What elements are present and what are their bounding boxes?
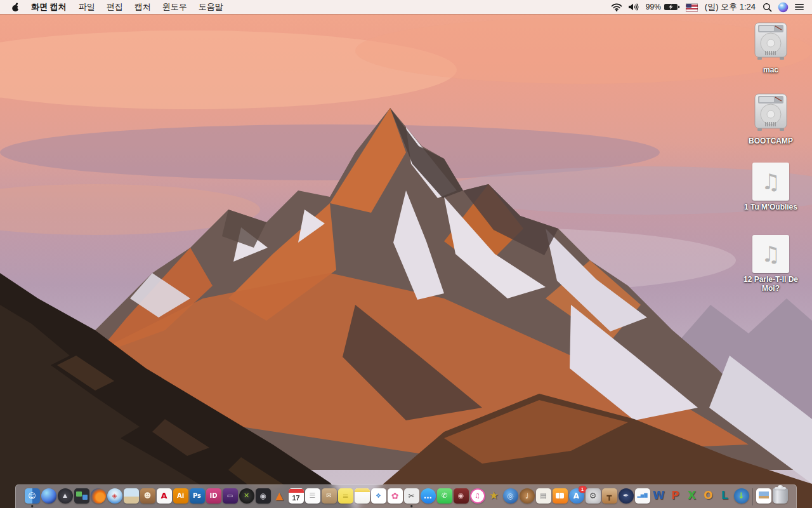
dock-finder-icon[interactable]: ☺ bbox=[25, 488, 40, 504]
dock-archive-utility-icon[interactable]: ✉ bbox=[322, 488, 337, 504]
hard-drive-icon bbox=[752, 22, 789, 61]
dock-lync-icon[interactable]: L bbox=[717, 488, 733, 504]
input-language-status[interactable] bbox=[686, 0, 698, 14]
dock-dvd-ripper-icon[interactable]: ◎ bbox=[503, 488, 518, 504]
dock-numbers-icon[interactable]: ▂▅▇ bbox=[635, 488, 650, 504]
dock-launchpad-icon[interactable]: ▲ bbox=[58, 488, 73, 504]
dock-system-preferences-icon[interactable]: ⚙ bbox=[586, 488, 601, 504]
dock-newsletter-app-icon[interactable]: ▤ bbox=[536, 488, 551, 504]
dock-outlook-icon[interactable]: O bbox=[701, 488, 716, 504]
desktop-icon-label: mac bbox=[736, 65, 806, 74]
menu-capture[interactable]: 캡처 bbox=[129, 0, 157, 14]
dock-firefox-icon[interactable] bbox=[91, 488, 106, 504]
dock-disc-utility-icon[interactable]: ◉ bbox=[256, 488, 271, 504]
running-indicator-dot bbox=[31, 505, 34, 507]
menu-clock[interactable]: (일) 오후 1:24 bbox=[704, 0, 757, 14]
dock-notes-icon[interactable] bbox=[355, 488, 370, 504]
desktop-icon-label: 12 Parle-T-Il De Moi? bbox=[736, 275, 806, 293]
hard-drive-icon bbox=[752, 93, 789, 132]
music-note-icon: ♫ bbox=[761, 169, 780, 194]
menu-edit[interactable]: 편집 bbox=[101, 0, 129, 14]
music-note-icon: ♫ bbox=[761, 241, 780, 267]
desktop-icon-audio-2[interactable]: ♫ 12 Parle-T-Il De Moi? bbox=[736, 235, 806, 293]
siri-menu-button[interactable] bbox=[778, 0, 789, 14]
battery-status[interactable]: 99% bbox=[646, 0, 680, 14]
desktop-icon-bootcamp[interactable]: BOOTCAMP bbox=[736, 93, 806, 145]
dock-stickies-icon[interactable]: ≡ bbox=[338, 488, 353, 504]
dock-indesign-icon[interactable]: ID bbox=[206, 488, 221, 504]
dock-word-icon[interactable]: W bbox=[652, 488, 667, 504]
dock-document-file-icon[interactable] bbox=[756, 488, 771, 504]
dock-illustrator-icon[interactable]: Ai bbox=[173, 488, 188, 504]
desktop-icon-mac[interactable]: mac bbox=[736, 22, 806, 74]
dock-calendar-icon[interactable]: 17 bbox=[289, 488, 304, 504]
apple-logo-icon bbox=[11, 3, 20, 12]
notification-center-button[interactable] bbox=[794, 0, 804, 14]
menu-help[interactable]: 도움말 bbox=[193, 0, 229, 14]
audio-file-icon: ♫ bbox=[752, 163, 789, 201]
dock-garageband-icon[interactable]: ♩ bbox=[520, 488, 535, 504]
dock-ibooks-icon[interactable] bbox=[553, 488, 568, 504]
siri-icon bbox=[778, 2, 789, 13]
list-icon bbox=[794, 3, 804, 11]
menu-bar: 화면 캡처 파일 편집 캡처 윈도우 도움말 99% bbox=[0, 0, 812, 14]
dock-trash-icon[interactable] bbox=[773, 488, 788, 504]
dock-pages-icon[interactable]: ✒ bbox=[619, 488, 634, 504]
dock-app-store-icon[interactable]: A1 bbox=[569, 488, 584, 504]
dock: ☺▲◈☻AAiPsID▭✕◉▲17☰✉≡❖✿✂…✆◉♫★◎♩▤A1⚙┳✒▂▅▇W… bbox=[15, 485, 797, 508]
battery-charging-icon bbox=[664, 3, 680, 11]
app-menu-title[interactable]: 화면 캡처 bbox=[25, 0, 73, 14]
dock-itunes-icon[interactable]: ♫ bbox=[470, 488, 485, 504]
dock-separator bbox=[752, 488, 753, 505]
search-icon bbox=[763, 3, 772, 12]
battery-percent: 99% bbox=[646, 3, 661, 11]
dock-xilisoft-converter-icon[interactable]: ✕ bbox=[239, 488, 254, 504]
volume-status[interactable] bbox=[628, 0, 640, 14]
dock-safari-icon[interactable]: ◈ bbox=[107, 488, 122, 504]
dock-preview-icon[interactable] bbox=[124, 488, 139, 504]
desktop-wallpaper bbox=[0, 0, 812, 508]
us-flag-icon bbox=[686, 3, 698, 11]
desktop-icon-audio-1[interactable]: ♫ 1 Tu M'Oublies bbox=[736, 163, 806, 211]
dock-reminders-icon[interactable]: ☰ bbox=[305, 488, 320, 504]
dock-photoshop-icon[interactable]: Ps bbox=[190, 488, 205, 504]
dock-siri-icon[interactable] bbox=[41, 488, 56, 504]
dock-photo-booth-icon[interactable]: ◉ bbox=[454, 488, 469, 504]
dock-grab-icon[interactable]: ✂ bbox=[404, 488, 419, 504]
dock-keynote-icon[interactable]: ┳ bbox=[602, 488, 617, 504]
dock-acrobat-reader-icon[interactable]: A bbox=[157, 488, 172, 504]
dock-downloader-icon[interactable]: ↓ bbox=[734, 488, 749, 504]
apple-menu[interactable] bbox=[8, 0, 25, 14]
dock-vlc-icon[interactable]: ▲ bbox=[272, 488, 287, 504]
menu-window[interactable]: 윈도우 bbox=[157, 0, 193, 14]
dock-imovie-icon[interactable]: ★ bbox=[487, 488, 502, 504]
spotlight-button[interactable] bbox=[763, 0, 772, 14]
volume-icon bbox=[628, 3, 640, 11]
dock-powerpoint-icon[interactable]: P bbox=[668, 488, 683, 504]
dock-contacts-icon[interactable]: ☻ bbox=[140, 488, 155, 504]
dock-excel-icon[interactable]: X bbox=[684, 488, 700, 504]
audio-file-icon: ♫ bbox=[752, 235, 789, 273]
dock-photos-icon[interactable]: ✿ bbox=[388, 488, 403, 504]
desktop-icon-label: 1 Tu M'Oublies bbox=[736, 203, 806, 211]
desktop-icon-label: BOOTCAMP bbox=[736, 137, 806, 145]
dock-mission-control-icon[interactable] bbox=[74, 488, 89, 504]
wifi-icon bbox=[611, 3, 622, 11]
wifi-status[interactable] bbox=[611, 0, 622, 14]
running-indicator-dot bbox=[410, 505, 413, 507]
dock-document-app-icon[interactable]: ❖ bbox=[371, 488, 386, 504]
dock-facetime-icon[interactable]: ✆ bbox=[437, 488, 452, 504]
menu-file[interactable]: 파일 bbox=[73, 0, 101, 14]
dock-toast-icon[interactable]: ▭ bbox=[223, 488, 238, 504]
dock-messages-icon[interactable]: … bbox=[421, 488, 436, 504]
